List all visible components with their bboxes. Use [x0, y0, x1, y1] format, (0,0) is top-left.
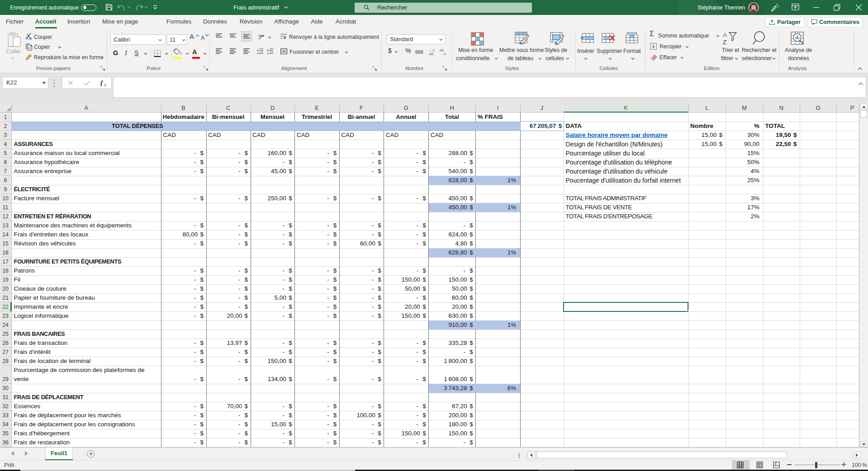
svg-text:A: A	[723, 32, 727, 38]
svg-text:x: x	[104, 82, 107, 87]
svg-text:ab: ab	[258, 34, 262, 37]
svg-text:Z: Z	[723, 39, 726, 45]
svg-text:f: f	[100, 79, 104, 86]
svg-text:→.0: →.0	[439, 52, 446, 56]
svg-text:.00: .00	[428, 52, 434, 56]
